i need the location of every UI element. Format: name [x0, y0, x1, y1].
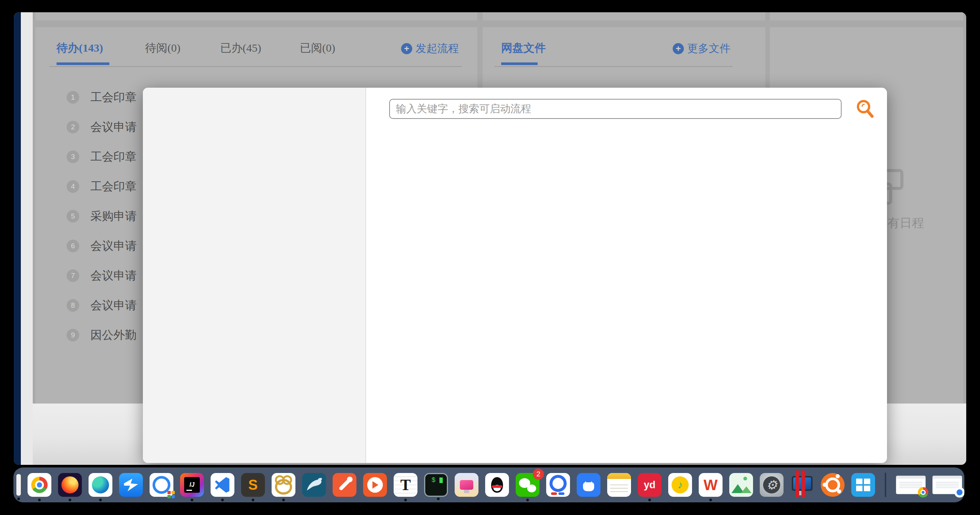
- plus-icon: +: [673, 43, 684, 54]
- qq-music-icon[interactable]: ♪: [668, 473, 692, 497]
- task-title: 会议申请: [91, 298, 137, 313]
- start-flow-label: 发起流程: [415, 41, 459, 56]
- flow-category-sidebar[interactable]: [143, 88, 366, 463]
- running-indicator-dot: [38, 499, 41, 501]
- files-panel-title[interactable]: 网盘文件: [501, 41, 546, 56]
- cleanmymac-icon[interactable]: [455, 473, 479, 497]
- wecom-icon[interactable]: [150, 473, 173, 497]
- notification-badge: 2: [533, 469, 544, 480]
- minimized-window-chrome-icon[interactable]: [896, 475, 926, 494]
- youdao-dict-icon[interactable]: yd: [638, 473, 662, 497]
- qq-icon[interactable]: [485, 473, 509, 497]
- system-settings-icon[interactable]: ⚙: [760, 473, 784, 497]
- typora-icon[interactable]: T: [394, 473, 417, 497]
- task-title: 工会印章: [91, 149, 137, 164]
- running-indicator-dot: [710, 499, 712, 501]
- running-indicator-dot: [437, 498, 440, 500]
- running-indicator-dot: [252, 499, 255, 501]
- task-title: 因公外勤: [91, 328, 137, 342]
- tab-read[interactable]: 已阅(0): [300, 41, 335, 56]
- task-number-badge: 2: [67, 121, 79, 133]
- dock-divider: [885, 473, 886, 497]
- tab-done[interactable]: 已办(45): [220, 41, 261, 56]
- mysql-workbench-icon[interactable]: [302, 473, 326, 497]
- task-number-badge: 1: [67, 91, 79, 104]
- task-title: 工会印章: [91, 90, 137, 105]
- top-card-fragment: [35, 12, 477, 21]
- active-tab-indicator: [501, 62, 538, 65]
- running-indicator-dot: [404, 499, 407, 501]
- task-title: 采购申请: [91, 209, 137, 224]
- more-files-label: 更多文件: [687, 41, 730, 56]
- plus-icon: +: [401, 43, 412, 54]
- baidu-netdisk-icon[interactable]: [546, 473, 570, 497]
- active-tab-indicator: [57, 62, 110, 65]
- running-indicator-dot: [221, 499, 224, 501]
- top-card-fragment: [482, 12, 765, 21]
- wps-office-icon[interactable]: W: [699, 473, 722, 497]
- task-title: 工会印章: [91, 179, 137, 194]
- task-number-badge: 5: [67, 210, 79, 223]
- running-indicator-dot: [282, 499, 285, 501]
- tabs-divider: [49, 66, 462, 67]
- terminal-icon[interactable]: $: [424, 473, 448, 497]
- app-nav-rail: [14, 12, 21, 465]
- task-number-badge: 4: [67, 180, 79, 193]
- task-number-badge: 6: [67, 240, 79, 252]
- blue-cat-app-icon[interactable]: [577, 473, 600, 497]
- chrome-icon[interactable]: [27, 473, 51, 497]
- dock: IJST$ 2yd♪W⚙: [13, 467, 964, 502]
- running-indicator-dot: [18, 498, 20, 500]
- files-divider: [495, 66, 733, 67]
- running-indicator-dot: [649, 499, 651, 501]
- task-title: 会议申请: [91, 268, 137, 283]
- schedule-empty-text: 有日程: [887, 215, 924, 231]
- task-number-badge: 7: [67, 269, 79, 282]
- top-card-fragment: [770, 12, 963, 21]
- dingtalk-icon[interactable]: [119, 473, 143, 497]
- start-flow-modal: [143, 88, 887, 463]
- photos-gallery-icon[interactable]: [729, 473, 753, 497]
- sublime-text-icon[interactable]: S: [241, 473, 265, 497]
- partial-app-icon[interactable]: [16, 474, 21, 496]
- task-title: 会议申请: [91, 120, 137, 135]
- windows-icon[interactable]: [851, 473, 875, 497]
- running-indicator-dot: [69, 499, 72, 501]
- app-side-rail: [21, 12, 33, 465]
- more-files-button[interactable]: + 更多文件: [673, 41, 730, 56]
- edge-icon[interactable]: [89, 473, 112, 497]
- tab-todo[interactable]: 待办(143): [57, 41, 103, 56]
- running-indicator-dot: [99, 499, 102, 501]
- desktop: 待办(143)待阅(0)已办(45)已阅(0) + 发起流程 1工会印章2会议申…: [0, 0, 980, 515]
- magnifier-icon[interactable]: [854, 97, 877, 120]
- postman-icon[interactable]: [332, 473, 356, 497]
- start-flow-button[interactable]: + 发起流程: [401, 41, 459, 56]
- intellij-idea-icon[interactable]: IJ: [180, 473, 204, 497]
- firefox-icon[interactable]: [58, 473, 82, 497]
- navicat-icon[interactable]: [272, 473, 296, 497]
- wechat-icon[interactable]: 2: [515, 473, 539, 497]
- orange-rocket-app-icon[interactable]: [363, 473, 387, 497]
- task-number-badge: 3: [67, 151, 79, 163]
- tab-toread[interactable]: 待阅(0): [145, 41, 180, 56]
- ubuntu-icon[interactable]: [821, 473, 845, 497]
- minimized-window-blue-icon[interactable]: [932, 475, 962, 494]
- task-number-badge: 8: [67, 299, 79, 312]
- task-number-badge: 9: [67, 329, 79, 341]
- vscode-icon[interactable]: [211, 473, 234, 497]
- notes-icon[interactable]: [607, 473, 631, 497]
- flow-search-input[interactable]: [389, 99, 842, 119]
- running-indicator-dot: [191, 499, 194, 501]
- running-indicator-dot: [527, 499, 529, 501]
- parallels-desktop-icon[interactable]: [790, 473, 814, 497]
- task-title: 会议申请: [91, 239, 137, 254]
